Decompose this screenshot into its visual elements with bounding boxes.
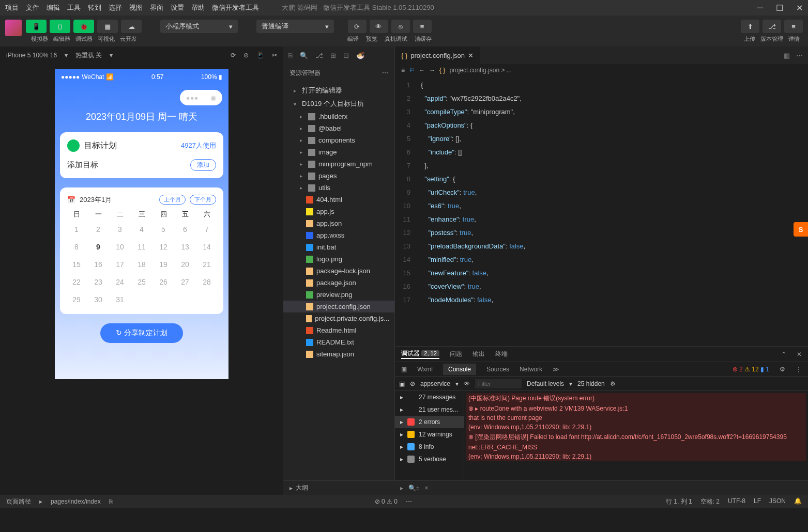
console-filter-warn[interactable]: ▸12 warnings xyxy=(395,428,464,441)
levels-dropdown[interactable]: Default levels xyxy=(527,380,564,387)
code-editor[interactable]: 1234567891011121314151617 { "appid": "wx… xyxy=(395,76,808,346)
sogou-ime-icon[interactable]: S xyxy=(794,222,808,237)
more-editor-icon[interactable]: ⋯ xyxy=(796,52,803,59)
menu-project[interactable]: 项目 xyxy=(5,3,19,12)
file-item[interactable]: project.private.config.js... xyxy=(283,312,394,324)
compile-dropdown[interactable]: 普通编译▾ xyxy=(256,20,334,33)
editor-tab[interactable]: { } project.config.json ✕ xyxy=(395,46,480,64)
breadcrumb[interactable]: project.config.json > ... xyxy=(449,67,511,74)
debugger-button[interactable]: 🐞 xyxy=(73,20,94,33)
next-month-button[interactable]: 下个月 xyxy=(190,195,216,205)
add-button[interactable]: 添加 xyxy=(190,159,216,171)
filter-input[interactable] xyxy=(475,379,522,388)
menu-goto[interactable]: 转到 xyxy=(88,3,101,12)
menu-view[interactable]: 视图 xyxy=(129,3,143,12)
debug-tab-terminal[interactable]: 终端 xyxy=(495,350,508,358)
close-tab-icon[interactable]: ✕ xyxy=(468,52,474,59)
more-icon[interactable]: ⋯ xyxy=(382,69,388,76)
cloud-button[interactable]: ☁ xyxy=(121,20,142,33)
capsule-menu[interactable]: ●●●◉ xyxy=(180,90,222,105)
simulator-button[interactable]: 📱 xyxy=(26,20,47,33)
menu-tools[interactable]: 工具 xyxy=(67,3,81,12)
details-button[interactable]: ≡ xyxy=(784,20,803,33)
encoding-status[interactable]: UTF-8 xyxy=(728,497,745,506)
clear-console-icon[interactable]: ⊘ xyxy=(410,380,415,387)
file-item[interactable]: app.js xyxy=(283,206,394,217)
console-filter-verb[interactable]: ▸5 verbose xyxy=(395,453,464,465)
page-path[interactable]: pages/index/index xyxy=(51,498,101,505)
menu-edit[interactable]: 编辑 xyxy=(47,3,60,12)
sources-tab[interactable]: Sources xyxy=(486,366,509,373)
editor-button[interactable]: ⟨⟩ xyxy=(50,20,70,33)
file-item[interactable]: project.config.json xyxy=(283,301,394,312)
project-root[interactable]: ▾D1019 个人目标日历 xyxy=(283,97,394,111)
eol-status[interactable]: LF xyxy=(754,497,761,506)
problems-status[interactable]: ⊘ 0 ⚠ 0 xyxy=(375,498,398,505)
settings-icon[interactable]: ⚙ xyxy=(610,380,616,387)
phone-simulator[interactable]: ●●●●● WeChat📶 0:57 100% ▮ ●●●◉ 2023年01月0… xyxy=(55,69,228,379)
context-selector[interactable]: appservice xyxy=(420,380,450,387)
indent-status[interactable]: 空格: 2 xyxy=(700,497,720,506)
console-filter-info[interactable]: ▸8 info xyxy=(395,441,464,453)
maximize-icon[interactable]: ☐ xyxy=(776,3,783,13)
preview-button[interactable]: 👁 xyxy=(370,20,388,33)
git-icon[interactable]: ⎇ xyxy=(315,52,323,59)
file-item[interactable]: Readme.html xyxy=(283,324,394,336)
upload-button[interactable]: ⬆ xyxy=(741,20,759,33)
file-item[interactable]: 404.html xyxy=(283,194,394,206)
prev-month-button[interactable]: 上个月 xyxy=(159,195,186,205)
gear-icon[interactable]: ⚙ xyxy=(780,366,785,373)
share-button[interactable]: ↻ 分享制定计划 xyxy=(100,323,183,343)
collapse-icon[interactable]: ⌃ xyxy=(781,351,786,358)
remote-debug-button[interactable]: ⎋ xyxy=(391,20,410,33)
minimize-icon[interactable]: ─ xyxy=(757,3,763,13)
wxml-tab[interactable]: Wxml xyxy=(417,366,433,373)
debug-tab-output[interactable]: 输出 xyxy=(472,350,485,358)
search-icon[interactable]: 🔍 xyxy=(300,52,308,59)
debug-tab-problems[interactable]: 问题 xyxy=(450,350,462,358)
file-item[interactable]: app.json xyxy=(283,217,394,229)
compile-button[interactable]: ⟳ xyxy=(348,20,367,33)
visual-button[interactable]: ▦ xyxy=(97,20,118,33)
menu-select[interactable]: 选择 xyxy=(109,3,122,12)
file-item[interactable]: package-lock.json xyxy=(283,265,394,277)
file-item[interactable]: sitemap.json xyxy=(283,348,394,360)
folder-components[interactable]: ▸components xyxy=(283,134,394,146)
split-icon[interactable]: ▥ xyxy=(784,52,790,59)
menu-settings[interactable]: 设置 xyxy=(171,3,184,12)
close-icon[interactable]: ✕ xyxy=(796,3,803,13)
folder-miniprogram_npm[interactable]: ▸miniprogram_npm xyxy=(283,158,394,170)
console-filter-msg[interactable]: ▸21 user mes... xyxy=(395,403,464,416)
file-item[interactable]: logo.png xyxy=(283,253,394,265)
debug-tab-debugger[interactable]: 调试器 2, 12 xyxy=(401,349,439,359)
console-filter-msg[interactable]: ▸27 messages xyxy=(395,391,464,403)
folder-pages[interactable]: ▸pages xyxy=(283,170,394,182)
menu-wxdevtools[interactable]: 微信开发者工具 xyxy=(212,3,259,12)
folder-image[interactable]: ▸image xyxy=(283,146,394,158)
calendar-grid[interactable]: 日一二三四五六123456789101112131415161718192021… xyxy=(67,210,216,307)
file-item[interactable]: init.bat xyxy=(283,241,394,253)
hot-reload-toggle[interactable]: 热重载 关 xyxy=(75,51,102,60)
menu-help[interactable]: 帮助 xyxy=(191,3,205,12)
menu-ui[interactable]: 界面 xyxy=(150,3,163,12)
menu-file[interactable]: 文件 xyxy=(26,3,39,12)
avatar[interactable] xyxy=(5,20,22,36)
hidden-count[interactable]: 25 hidden xyxy=(577,380,605,387)
file-item[interactable]: preview.png xyxy=(283,289,394,301)
bookmark-icon[interactable]: ⚐ xyxy=(409,67,415,74)
console-filter-err[interactable]: ▸2 errors xyxy=(395,416,464,428)
mode-dropdown[interactable]: 小程序模式▾ xyxy=(160,20,238,33)
outline-section[interactable]: ▸大纲 xyxy=(283,480,395,495)
folder-utils[interactable]: ▸utils xyxy=(283,182,394,194)
file-item[interactable]: package.json xyxy=(283,277,394,289)
console-tab[interactable]: Console xyxy=(443,364,476,375)
file-item[interactable]: app.wxss xyxy=(283,229,394,241)
lang-status[interactable]: JSON xyxy=(769,497,786,506)
file-item[interactable]: README.txt xyxy=(283,336,394,348)
clear-cache-button[interactable]: ≡ xyxy=(413,20,432,33)
device-selector[interactable]: iPhone 5 100% 16 xyxy=(6,52,57,59)
folder-@babel[interactable]: ▸@babel xyxy=(283,122,394,134)
folder-.hbuilderx[interactable]: ▸.hbuilderx xyxy=(283,111,394,122)
network-tab[interactable]: Network xyxy=(520,366,542,373)
explorer-tab-icon[interactable]: ⎘ xyxy=(288,52,293,59)
